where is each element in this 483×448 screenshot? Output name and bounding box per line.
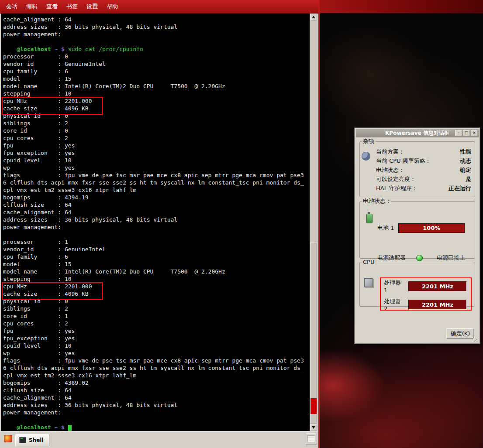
minimize-button[interactable]: – <box>455 130 462 136</box>
terminal-line: physical id : 0 <box>3 113 310 120</box>
terminal-text-segment: core id : 1 <box>3 313 68 319</box>
menu-edit[interactable]: 编辑 <box>22 1 42 12</box>
terminal-text-segment: model name : Intel(R) Core(TM)2 Duo CPU … <box>3 268 225 275</box>
terminal-line: power management: <box>3 31 310 38</box>
terminal-line: address sizes : 36 bits physical, 48 bit… <box>3 24 310 31</box>
ok-button[interactable]: 确定(K) <box>446 328 474 339</box>
misc-label: 电池状态 : <box>376 165 403 174</box>
terminal-line: cpuid level : 10 <box>3 157 310 164</box>
terminal-text-segment: physical id : 0 <box>3 113 68 119</box>
terminal-text-segment: cache_alignment : 64 <box>3 209 72 215</box>
terminal-text-segment: bogomips : 4389.02 <box>3 380 89 386</box>
terminal-line: power management: <box>3 409 310 417</box>
misc-label: 当前 CPU 频率策略 : <box>376 156 429 165</box>
terminal-line: cpu cores : 2 <box>3 320 310 328</box>
terminal-line: address sizes : 36 bits physical, 48 bit… <box>3 216 310 224</box>
terminal-text-segment <box>3 424 17 431</box>
close-button[interactable]: × <box>471 130 478 136</box>
misc-group: 杂项 当前方案 :性能当前 CPU 频率策略 :动态电池状态 :确定可以设定亮度… <box>359 137 475 197</box>
terminal-line: vendor_id : GenuineIntel <box>3 61 310 68</box>
cpu-group-label: CPU <box>362 259 376 265</box>
scroll-up-button[interactable] <box>310 14 317 21</box>
terminal-text-segment: cpuid level : 10 <box>3 342 72 349</box>
terminal-line: clflush size : 64 <box>3 202 310 209</box>
misc-label: 当前方案 : <box>376 147 403 156</box>
terminal-line: cpl vmx est tm2 ssse3 cx16 xtpr lahf_lm <box>3 372 310 380</box>
terminal-lines: cache_alignment : 64address sizes : 36 b… <box>1 14 310 431</box>
terminal-text-segment: cache_alignment : 64 <box>3 16 72 23</box>
suspend-moon-icon <box>362 152 370 160</box>
terminal-text-segment: cpl vmx est tm2 ssse3 cx16 xtpr lahf_lm <box>3 187 136 193</box>
terminal-text-segment <box>3 46 17 52</box>
terminal-line: stepping : 10 <box>3 276 310 283</box>
terminal-line: fpu_exception : yes <box>3 335 310 342</box>
terminal-line: model name : Intel(R) Core(TM)2 Duo CPU … <box>3 268 310 276</box>
tab-shell[interactable]: Shell <box>15 434 49 446</box>
misc-group-label: 杂项 <box>362 137 376 145</box>
dialog-titlebar[interactable]: KPowersave 信息对话框 –□× <box>356 129 479 137</box>
window-buttons: –□× <box>455 130 478 136</box>
terminal-text-segment: fpu_exception : yes <box>3 335 75 342</box>
misc-label: HAL 守护程序 : <box>376 184 416 193</box>
tab-label: Shell <box>29 437 44 443</box>
terminal-line: cache_alignment : 64 <box>3 394 310 402</box>
misc-row: 电池状态 :确定 <box>376 165 471 174</box>
misc-value: 正在运行 <box>448 184 471 193</box>
session-tabbar: Shell <box>0 431 318 446</box>
terminal-line: siblings : 2 <box>3 120 310 127</box>
terminal-text-segment: cpu family : 6 <box>3 68 68 75</box>
misc-row: HAL 守护程序 :正在运行 <box>376 184 471 193</box>
terminal-text-segment: core id : 0 <box>3 127 68 134</box>
terminal-text-segment: model name : Intel(R) Core(TM)2 Duo CPU … <box>3 83 225 89</box>
terminal-line: model : 15 <box>3 75 310 83</box>
new-session-button[interactable] <box>2 433 14 445</box>
terminal-scrollbar[interactable] <box>310 14 317 431</box>
terminal-line: flags : fpu vme de pse tsc msr pae mce c… <box>3 357 310 365</box>
cpu-group: CPU 处理器 12201 MHz处理器 22201 MHz <box>359 259 475 307</box>
resize-grip[interactable] <box>473 337 477 342</box>
terminal-line <box>3 417 310 424</box>
cpu-label: 处理器 1 <box>384 279 406 294</box>
misc-row: 当前方案 :性能 <box>376 147 471 156</box>
terminal-line: cache_alignment : 64 <box>3 209 310 216</box>
terminal-line: @localhost ~ $ sudo cat /proc/cpuinfo <box>3 46 310 53</box>
background-titlebar <box>320 0 483 14</box>
terminal-line: model name : Intel(R) Core(TM)2 Duo CPU … <box>3 83 310 90</box>
battery-percent: 100% <box>423 225 440 231</box>
terminal-text-segment: model : 15 <box>3 261 72 267</box>
terminal-line: wp : yes <box>3 350 310 357</box>
terminal-text-segment: cpu cores : 2 <box>3 320 68 327</box>
misc-rows: 当前方案 :性能当前 CPU 频率策略 :动态电池状态 :确定可以设定亮度 :是… <box>376 147 472 193</box>
session-list-button[interactable] <box>306 433 317 445</box>
terminal-text-segment: wp : yes <box>3 164 75 171</box>
menu-view[interactable]: 查看 <box>42 1 62 12</box>
battery-progressbar: 100% <box>398 223 465 233</box>
terminal-text-segment: cpu family : 6 <box>3 253 68 260</box>
misc-value: 确定 <box>460 165 471 174</box>
scrollbar-thumb[interactable] <box>310 243 317 424</box>
terminal-line: vendor_id : GenuineIntel <box>3 246 310 253</box>
misc-value: 动态 <box>460 156 471 165</box>
scrollbar-track[interactable] <box>310 21 317 424</box>
terminal-line: @localhost ~ $ <box>3 424 310 431</box>
terminal-output-area[interactable]: cache_alignment : 64address sizes : 36 b… <box>1 14 310 431</box>
dialog-body: 杂项 当前方案 :性能当前 CPU 频率策略 :动态电池状态 :确定可以设定亮度… <box>356 137 479 343</box>
terminal-text-segment: ~ $ <box>51 46 68 52</box>
cpu-rows: 处理器 12201 MHz处理器 22201 MHz <box>384 279 467 316</box>
scroll-down-button[interactable] <box>310 424 317 431</box>
menu-help[interactable]: 帮助 <box>102 1 122 12</box>
misc-row: 当前 CPU 频率策略 :动态 <box>376 156 471 165</box>
terminal-line: flags : fpu vme de pse tsc msr pae mce c… <box>3 172 310 179</box>
menu-settings[interactable]: 设置 <box>82 1 102 12</box>
terminal-text-segment: fpu_exception : yes <box>3 150 75 156</box>
cpu-row: 处理器 12201 MHz <box>384 279 467 294</box>
terminal-text-segment: fpu : yes <box>3 328 75 334</box>
menu-bookmarks[interactable]: 书签 <box>62 1 82 12</box>
maximize-button[interactable]: □ <box>463 130 470 136</box>
terminal-text-segment: siblings : 2 <box>3 305 68 312</box>
menu-session[interactable]: 会话 <box>2 1 22 12</box>
arrow-down-icon <box>312 426 315 429</box>
terminal-text-segment: cache size : 4096 KB <box>3 291 89 297</box>
session-list-icon <box>307 435 315 442</box>
terminal-text-segment: flags : fpu vme de pse tsc msr pae mce c… <box>3 357 304 364</box>
